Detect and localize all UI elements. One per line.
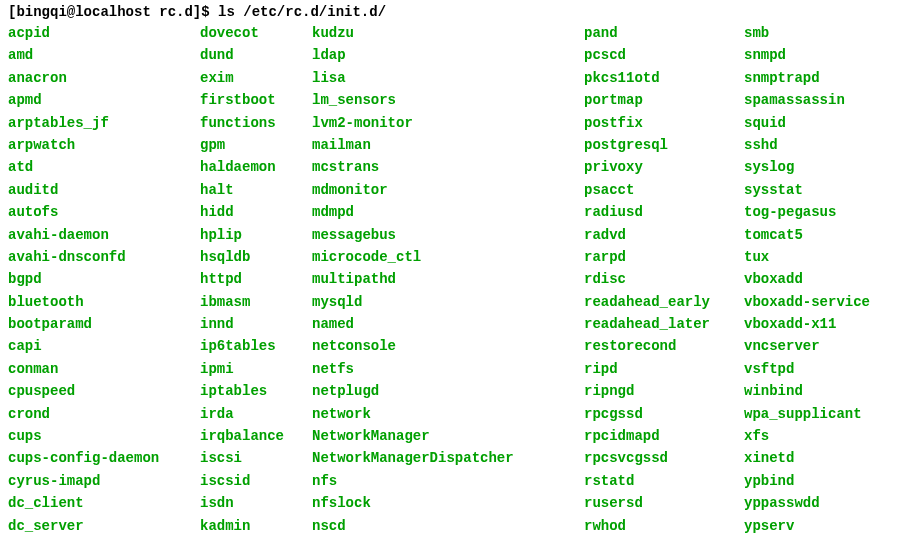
ls-entry: netfs (312, 358, 584, 380)
ls-entry: isdn (200, 492, 312, 514)
ls-entry: vncserver (744, 335, 870, 357)
ls-entry: gpm (200, 134, 312, 156)
ls-entry: restorecond (584, 335, 744, 357)
ls-entry: amd (8, 44, 200, 66)
ls-entry: wpa_supplicant (744, 403, 870, 425)
ls-entry: rstatd (584, 470, 744, 492)
ls-column: kudzuldaplisalm_sensorslvm2-monitormailm… (312, 22, 584, 539)
ls-entry: exim (200, 67, 312, 89)
ls-entry: winbind (744, 380, 870, 402)
ls-entry: netplugd (312, 380, 584, 402)
ls-entry: rpcidmapd (584, 425, 744, 447)
ls-entry: arptables_jf (8, 112, 200, 134)
ls-entry: cpuspeed (8, 380, 200, 402)
ls-entry: innd (200, 313, 312, 335)
ls-entry: bootparamd (8, 313, 200, 335)
ls-entry: ypserv (744, 515, 870, 537)
ls-entry: anacron (8, 67, 200, 89)
ls-entry: vboxadd (744, 268, 870, 290)
ls-entry: radvd (584, 224, 744, 246)
ls-entry: xinetd (744, 447, 870, 469)
ls-entry: lisa (312, 67, 584, 89)
ls-entry: rdisc (584, 268, 744, 290)
ls-entry: irqbalance (200, 425, 312, 447)
ls-entry: dc_server (8, 515, 200, 537)
ls-entry: lm_sensors (312, 89, 584, 111)
ls-entry: dund (200, 44, 312, 66)
ls-entry: rpcgssd (584, 403, 744, 425)
ls-entry: sshd (744, 134, 870, 156)
ls-entry: pkcs11otd (584, 67, 744, 89)
ls-entry: bluetooth (8, 291, 200, 313)
ls-entry: crond (8, 403, 200, 425)
ls-entry: mdmpd (312, 201, 584, 223)
ls-entry: capi (8, 335, 200, 357)
ls-entry: kudzu (312, 22, 584, 44)
ls-entry: lvm2-monitor (312, 112, 584, 134)
ls-entry: nscd (312, 515, 584, 537)
ls-entry: iptables (200, 380, 312, 402)
ls-entry: apmd (8, 89, 200, 111)
ls-entry: pand (584, 22, 744, 44)
ls-entry: named (312, 313, 584, 335)
shell-prompt: [bingqi@localhost rc.d]$ ls /etc/rc.d/in… (8, 4, 906, 20)
ls-entry: dovecot (200, 22, 312, 44)
ls-entry: mailman (312, 134, 584, 156)
ls-entry: multipathd (312, 268, 584, 290)
ls-entry: yppasswdd (744, 492, 870, 514)
ls-column: dovecotdundeximfirstbootfunctionsgpmhald… (200, 22, 312, 539)
ls-entry: firstboot (200, 89, 312, 111)
ls-entry: ipmi (200, 358, 312, 380)
ls-entry: NetworkManagerDispatcher (312, 447, 584, 469)
ls-entry: privoxy (584, 156, 744, 178)
ls-column: smbsnmpdsnmptrapdspamassassinsquidsshdsy… (744, 22, 870, 539)
ls-entry: ripd (584, 358, 744, 380)
ls-entry: conman (8, 358, 200, 380)
ls-entry: postgresql (584, 134, 744, 156)
ls-entry: xfs (744, 425, 870, 447)
ls-entry: dc_client (8, 492, 200, 514)
ls-entry: ripngd (584, 380, 744, 402)
ls-entry: smb (744, 22, 870, 44)
ls-entry: irda (200, 403, 312, 425)
ls-entry: snmptrapd (744, 67, 870, 89)
ls-entry: mcstrans (312, 156, 584, 178)
ls-entry: ldap (312, 44, 584, 66)
ls-entry: vboxadd-x11 (744, 313, 870, 335)
ls-entry: rusersd (584, 492, 744, 514)
ls-entry: tog-pegasus (744, 201, 870, 223)
ls-entry: atd (8, 156, 200, 178)
ls-entry: vsftpd (744, 358, 870, 380)
ls-entry: avahi-dnsconfd (8, 246, 200, 268)
ls-entry: netconsole (312, 335, 584, 357)
ls-entry: rarpd (584, 246, 744, 268)
ls-entry: mysqld (312, 291, 584, 313)
ls-entry: ypbind (744, 470, 870, 492)
ls-entry: rwhod (584, 515, 744, 537)
ls-entry: httpd (200, 268, 312, 290)
ls-entry: cups (8, 425, 200, 447)
ls-entry: cyrus-imapd (8, 470, 200, 492)
ls-entry: radiusd (584, 201, 744, 223)
ls-entry: rpcsvcgssd (584, 447, 744, 469)
ls-entry: sysstat (744, 179, 870, 201)
ls-entry: functions (200, 112, 312, 134)
ls-entry: hidd (200, 201, 312, 223)
ls-entry: hplip (200, 224, 312, 246)
ls-entry: haldaemon (200, 156, 312, 178)
ls-entry: ibmasm (200, 291, 312, 313)
ls-entry: hsqldb (200, 246, 312, 268)
ls-entry: pcscd (584, 44, 744, 66)
ls-entry: vboxadd-service (744, 291, 870, 313)
ls-entry: tomcat5 (744, 224, 870, 246)
ls-column: acpidamdanacronapmdarptables_jfarpwatcha… (8, 22, 200, 539)
ls-entry: halt (200, 179, 312, 201)
ls-entry: squid (744, 112, 870, 134)
ls-entry: network (312, 403, 584, 425)
ls-entry: iscsid (200, 470, 312, 492)
ls-entry: arpwatch (8, 134, 200, 156)
ls-entry: mdmonitor (312, 179, 584, 201)
ls-entry: iscsi (200, 447, 312, 469)
ls-entry: bgpd (8, 268, 200, 290)
ls-entry: auditd (8, 179, 200, 201)
